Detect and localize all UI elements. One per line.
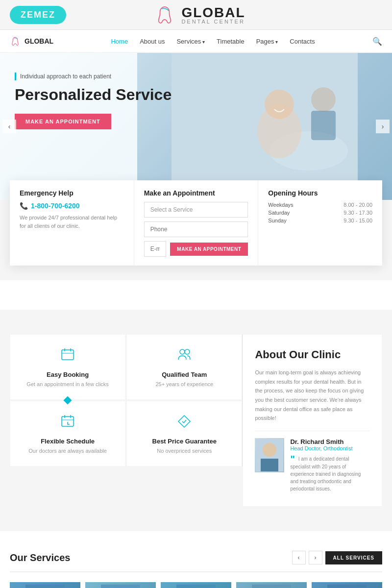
doctor-photo xyxy=(255,438,284,472)
hero-photo xyxy=(137,53,392,200)
nav-timetable[interactable]: Timetable xyxy=(217,38,245,45)
hero-tagline: Individual approach to each patient xyxy=(15,73,172,80)
svg-point-17 xyxy=(263,443,276,457)
services-controls: ‹ › ALL SERVICES xyxy=(292,551,382,564)
email-input[interactable] xyxy=(144,241,167,257)
emergency-title: Emergency Help xyxy=(20,189,124,197)
about-text: Our main long-term goal is always achiev… xyxy=(255,368,370,423)
hero-cta-button[interactable]: MAKE AN APPOINTMENT xyxy=(15,114,111,129)
zemez-logo[interactable]: ZEMEZ xyxy=(10,6,66,24)
svg-rect-12 xyxy=(62,416,74,426)
nav-contacts[interactable]: Contacts xyxy=(290,38,315,45)
emergency-text: We provide 24/7 professional dental help… xyxy=(20,214,124,230)
svg-rect-5 xyxy=(311,111,336,140)
about-card: About Our Clinic Our main long-term goal… xyxy=(243,335,382,506)
team-icon xyxy=(137,347,232,366)
search-icon[interactable]: 🔍 xyxy=(372,37,382,46)
features-section: Easy Booking Get an appointment in a few… xyxy=(0,310,392,531)
svg-rect-27 xyxy=(176,585,216,588)
booking-icon xyxy=(20,347,115,366)
hero-section: Individual approach to each patient Pers… xyxy=(0,53,392,200)
feature-best-price: Best Price Guarantee No overpriced servi… xyxy=(127,401,242,466)
service-photo-2 xyxy=(85,582,156,588)
svg-rect-6 xyxy=(62,350,74,360)
schedule-icon xyxy=(20,414,115,433)
hours-sunday: Sunday9.30 - 15.00 xyxy=(268,218,372,223)
navbar: GLOBAL Home About us Services Timetable … xyxy=(0,30,392,53)
services-grid: Cosmetic Dentistry This type of dentistr… xyxy=(10,582,382,588)
svg-point-11 xyxy=(185,349,190,354)
all-services-button[interactable]: ALL SERVICES xyxy=(325,551,382,564)
services-header: Our Services ‹ › ALL SERVICES xyxy=(10,551,382,572)
hero-content: Individual approach to each patient Pers… xyxy=(15,73,172,129)
doctor-info: Dr. Richard Smith Head Doctor, Orthodont… xyxy=(290,438,370,492)
hours-weekdays: Weekdays8.00 - 20.00 xyxy=(268,202,372,208)
brand-center: GLOBAL DENTAL CENTER xyxy=(154,4,245,25)
services-prev-button[interactable]: ‹ xyxy=(292,551,306,564)
svg-point-10 xyxy=(180,349,185,354)
nav-tooth-icon xyxy=(10,36,21,47)
feature-title-3: Flexible Schedule xyxy=(20,438,115,445)
about-title: About Our Clinic xyxy=(255,348,370,361)
nav-logo: GLOBAL xyxy=(10,36,53,47)
info-cards: Emergency Help 📞 1-800-700-6200 We provi… xyxy=(10,180,382,266)
emergency-phone[interactable]: 📞 1-800-700-6200 xyxy=(20,202,124,210)
hours-card: Opening Hours Weekdays8.00 - 20.00 Satur… xyxy=(258,180,382,266)
nav-about[interactable]: About us xyxy=(140,38,165,45)
svg-rect-30 xyxy=(252,585,291,588)
service-item-4: Dental Crowns Dental crowns are a secure… xyxy=(236,582,307,588)
top-banner: ZEMEZ GLOBAL DENTAL CENTER xyxy=(0,0,392,30)
service-photo-3 xyxy=(161,582,231,588)
svg-point-4 xyxy=(311,87,336,112)
service-photo-1 xyxy=(10,582,80,588)
phone-input[interactable] xyxy=(144,221,248,237)
features-divider xyxy=(242,334,243,466)
doctor-card: Dr. Richard Smith Head Doctor, Orthodont… xyxy=(255,431,370,492)
feature-easy-booking: Easy Booking Get an appointment in a few… xyxy=(10,335,125,399)
appointment-title: Make an Appointment xyxy=(144,189,248,197)
services-section: Our Services ‹ › ALL SERVICES Cosmetic D… xyxy=(0,531,392,588)
nav-links: Home About us Services Timetable Pages C… xyxy=(111,38,315,45)
nav-services[interactable]: Services xyxy=(176,38,205,45)
feature-flexible-schedule: Flexible Schedule Our doctors are always… xyxy=(10,401,125,466)
feature-text-3: Our doctors are always available xyxy=(20,448,115,454)
service-item-5: Dentures If you are struggling with chew… xyxy=(312,582,382,588)
service-photo-5 xyxy=(312,582,382,588)
svg-rect-34 xyxy=(327,585,367,588)
services-title: Our Services xyxy=(10,552,70,564)
doctor-role: Head Doctor, Orthodontist xyxy=(290,445,370,451)
phone-icon: 📞 xyxy=(20,202,28,210)
nav-home[interactable]: Home xyxy=(111,38,128,45)
service-select[interactable]: Select a Service xyxy=(144,202,248,218)
price-icon xyxy=(137,414,232,433)
svg-point-3 xyxy=(265,90,294,119)
appointment-form: Select a Service MAKE AN APPOINTMENT xyxy=(144,202,248,257)
hero-next-button[interactable]: › xyxy=(376,120,390,133)
doctor-name: Dr. Richard Smith xyxy=(290,438,370,445)
feature-text-1: Get an appointment in a few clicks xyxy=(20,381,115,387)
svg-rect-18 xyxy=(261,459,278,471)
svg-rect-19 xyxy=(25,585,65,588)
feature-text-2: 25+ years of experience xyxy=(137,381,232,387)
feature-title-1: Easy Booking xyxy=(20,371,115,378)
feature-title-2: Qualified Team xyxy=(137,371,232,378)
appointment-card: Make an Appointment Select a Service MAK… xyxy=(134,180,259,266)
make-appointment-button[interactable]: MAKE AN APPOINTMENT xyxy=(170,243,248,256)
service-item-2: Dental Implants Our dental implants can … xyxy=(85,582,156,588)
brand-tooth-icon xyxy=(154,4,175,25)
hero-prev-button[interactable]: ‹ xyxy=(2,120,16,133)
services-next-button[interactable]: › xyxy=(309,551,322,564)
feature-text-4: No overpriced services xyxy=(137,448,232,454)
brand-sub: DENTAL CENTER xyxy=(181,19,245,24)
nav-pages[interactable]: Pages xyxy=(256,38,278,45)
service-item-1: Cosmetic Dentistry This type of dentistr… xyxy=(10,582,80,588)
emergency-card: Emergency Help 📞 1-800-700-6200 We provi… xyxy=(10,180,134,266)
nav-logo-text: GLOBAL xyxy=(24,37,53,45)
features-grid: Easy Booking Get an appointment in a few… xyxy=(10,334,242,466)
doctor-quote: " I am a dedicated dental specialist wit… xyxy=(290,455,370,492)
hours-title: Opening Hours xyxy=(268,189,372,197)
svg-rect-23 xyxy=(101,585,140,588)
hero-title: Personalized Service xyxy=(15,85,172,104)
hero-image xyxy=(172,53,358,200)
feature-title-4: Best Price Guarantee xyxy=(137,438,232,445)
